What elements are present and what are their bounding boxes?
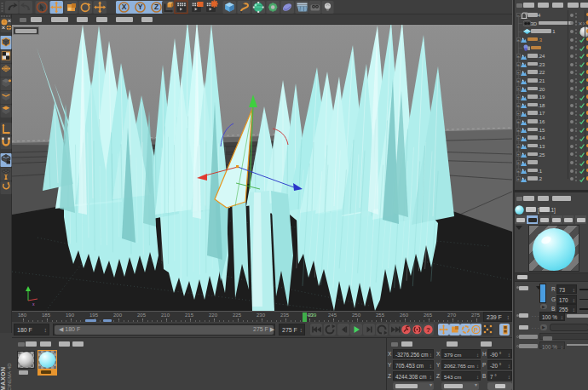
svg-text:Y: Y [138,3,143,11]
svg-text:X: X [122,3,127,11]
svg-text:?: ? [426,326,430,334]
svg-text:Z: Z [154,3,159,11]
svg-text:P: P [474,326,478,334]
